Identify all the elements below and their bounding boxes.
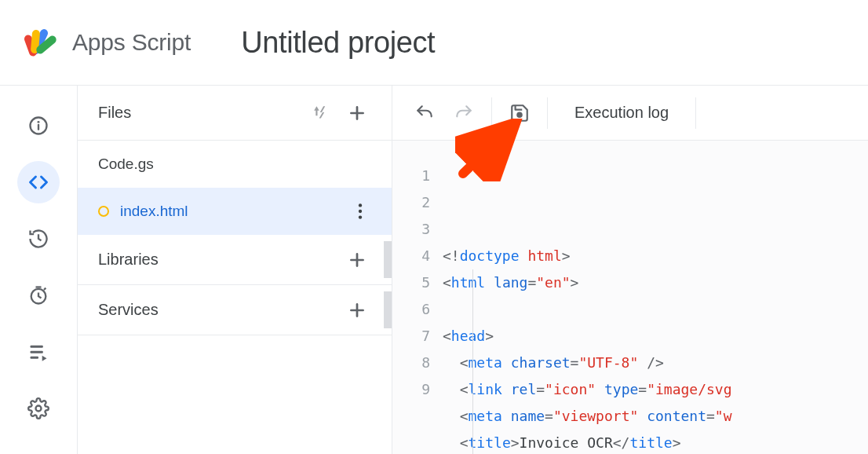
line-number: 8	[392, 350, 430, 376]
svg-rect-9	[31, 351, 43, 353]
svg-rect-8	[31, 346, 43, 348]
apps-script-logo-icon	[20, 24, 58, 61]
svg-point-15	[359, 210, 362, 213]
section-label: Libraries	[98, 251, 340, 269]
svg-point-14	[359, 203, 362, 207]
toolbar-separator	[547, 97, 548, 129]
code-line[interactable]: <link rel="icon" type="image/svg	[443, 376, 868, 403]
files-header: Files	[78, 86, 392, 141]
code-line[interactable]: <head>	[443, 323, 868, 350]
project-title[interactable]: Untitled project	[241, 26, 435, 60]
files-header-label: Files	[98, 104, 305, 122]
file-item[interactable]: index.html	[78, 188, 392, 235]
execution-log-button[interactable]: Execution log	[557, 104, 686, 122]
line-number-gutter: 123456789	[392, 163, 443, 454]
editor-nav-button[interactable]	[17, 161, 60, 203]
files-panel: Files Code.gsindex.html LibrariesService…	[77, 86, 392, 454]
code-line[interactable]: <title>Invoice OCR</title>	[443, 430, 868, 454]
triggers-nav-button[interactable]	[17, 274, 60, 317]
file-more-button[interactable]	[343, 194, 377, 229]
save-button[interactable]	[501, 95, 538, 131]
executions-nav-button[interactable]	[17, 331, 60, 373]
panel-section: Services	[78, 285, 392, 335]
svg-point-11	[36, 406, 42, 412]
line-number	[392, 403, 430, 430]
overview-nav-button[interactable]	[17, 104, 60, 147]
line-number: 9	[392, 376, 430, 403]
left-nav-rail	[0, 86, 77, 454]
line-number: 3	[392, 216, 430, 243]
toolbar-separator	[695, 97, 696, 129]
file-name: Code.gs	[98, 156, 377, 173]
line-number: 7	[392, 323, 430, 350]
add-section-item-button[interactable]	[340, 293, 374, 328]
code-line[interactable]: <html lang="en">	[443, 269, 868, 296]
svg-point-16	[359, 215, 362, 218]
line-number: 4	[392, 243, 430, 269]
line-number: 5	[392, 269, 430, 296]
brand-name: Apps Script	[72, 29, 191, 56]
code-line[interactable]: <meta name="viewport" content="w	[443, 403, 868, 430]
add-section-item-button[interactable]	[340, 243, 374, 277]
line-number: 6	[392, 296, 430, 323]
code-line[interactable]: <!doctype html>	[443, 243, 868, 269]
file-item[interactable]: Code.gs	[78, 141, 392, 188]
code-content[interactable]: <!doctype html><html lang="en"> <head> <…	[443, 163, 868, 454]
unsaved-indicator-icon	[98, 206, 109, 217]
redo-button[interactable]	[446, 95, 482, 131]
editor-pane: Execution log 123456789 <!doctype html><…	[392, 86, 868, 454]
file-name: index.html	[120, 203, 343, 220]
line-number: 1	[392, 163, 430, 189]
code-line[interactable]: <meta charset="UTF-8" />	[443, 350, 868, 376]
code-line[interactable]	[443, 296, 868, 323]
panel-section: Libraries	[78, 235, 392, 285]
line-number: 2	[392, 189, 430, 216]
sort-files-button[interactable]	[305, 96, 340, 130]
toolbar-separator	[491, 97, 492, 129]
app-header: Apps Script Untitled project	[0, 0, 868, 86]
editor-toolbar: Execution log	[392, 86, 868, 141]
svg-point-21	[517, 112, 521, 116]
indent-guide	[472, 269, 473, 454]
code-editor[interactable]: 123456789 <!doctype html><html lang="en"…	[392, 141, 868, 454]
add-file-button[interactable]	[340, 96, 374, 130]
undo-button[interactable]	[407, 95, 443, 131]
settings-nav-button[interactable]	[17, 387, 60, 430]
history-nav-button[interactable]	[17, 218, 60, 260]
svg-rect-10	[31, 357, 39, 359]
section-label: Services	[98, 301, 340, 319]
